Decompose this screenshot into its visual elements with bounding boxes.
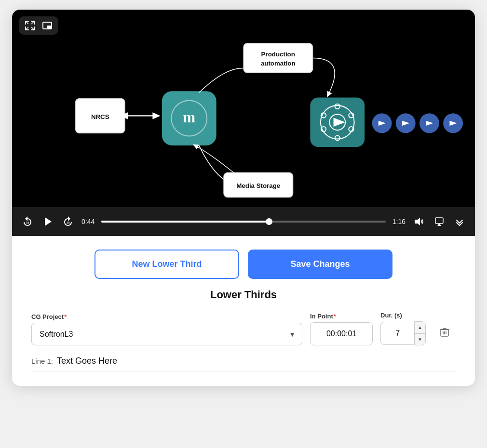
line1-label: Line 1: xyxy=(31,357,53,365)
svg-text:NRCS: NRCS xyxy=(91,113,109,120)
duration-input-wrap: ▲ ▼ xyxy=(380,321,426,345)
spinner-up-button[interactable]: ▲ xyxy=(415,322,425,334)
video-controls-bar: 15 15 0:44 xyxy=(12,207,475,236)
play-button[interactable] xyxy=(41,216,54,227)
section-title: Lower Thirds xyxy=(31,289,456,301)
in-point-label: In Point* xyxy=(310,313,373,320)
cg-project-label: CG Project* xyxy=(31,313,302,320)
svg-text:Production: Production xyxy=(261,51,295,58)
cg-project-select[interactable]: SoftronL3 xyxy=(31,323,302,345)
svg-text:15: 15 xyxy=(67,221,70,224)
svg-rect-14 xyxy=(244,43,313,73)
save-changes-button[interactable]: Save Changes xyxy=(248,250,392,279)
spinner-down-button[interactable]: ▼ xyxy=(415,334,425,345)
duration-input[interactable] xyxy=(380,322,414,345)
volume-button[interactable] xyxy=(412,216,426,227)
svg-rect-41 xyxy=(435,218,443,224)
app-container: NRCS m Production automation xyxy=(12,10,475,386)
form-row-main: CG Project* SoftronL3 ▼ In Point* Dur. ( xyxy=(31,312,456,345)
duration-label: Dur. (s) xyxy=(380,312,426,319)
in-point-field: In Point* xyxy=(310,313,373,345)
svg-text:m: m xyxy=(183,109,195,126)
line1-input[interactable] xyxy=(57,354,456,368)
svg-text:Media Storage: Media Storage xyxy=(236,182,280,189)
new-lower-third-button[interactable]: New Lower Third xyxy=(95,250,239,279)
cg-project-select-wrapper: SoftronL3 ▼ xyxy=(31,323,302,345)
airplay-button[interactable] xyxy=(433,216,446,227)
cg-project-field: CG Project* SoftronL3 ▼ xyxy=(31,313,302,345)
svg-marker-38 xyxy=(45,217,52,226)
duration-spinner: ▲ ▼ xyxy=(414,321,426,345)
in-point-input[interactable] xyxy=(310,322,373,345)
progress-bar[interactable] xyxy=(101,221,386,223)
more-button[interactable] xyxy=(453,216,466,227)
delete-button[interactable] xyxy=(433,321,456,343)
video-player: NRCS m Production automation xyxy=(12,10,475,236)
line1-row: Line 1: xyxy=(31,354,456,371)
duration-field: Dur. (s) ▲ ▼ xyxy=(380,312,426,345)
rewind-forward-button[interactable]: 15 xyxy=(61,216,75,227)
svg-marker-40 xyxy=(415,218,420,225)
end-time: 1:16 xyxy=(392,218,406,225)
action-buttons-row: New Lower Third Save Changes xyxy=(12,236,475,289)
progress-thumb xyxy=(266,218,272,225)
lower-thirds-section: Lower Thirds CG Project* SoftronL3 ▼ In … xyxy=(12,289,475,386)
diagram-area: NRCS m Production automation xyxy=(12,10,475,207)
svg-text:15: 15 xyxy=(26,221,29,224)
current-time: 0:44 xyxy=(81,218,95,225)
progress-fill xyxy=(101,221,269,223)
svg-text:automation: automation xyxy=(261,60,296,67)
rewind-back-button[interactable]: 15 xyxy=(21,216,34,227)
